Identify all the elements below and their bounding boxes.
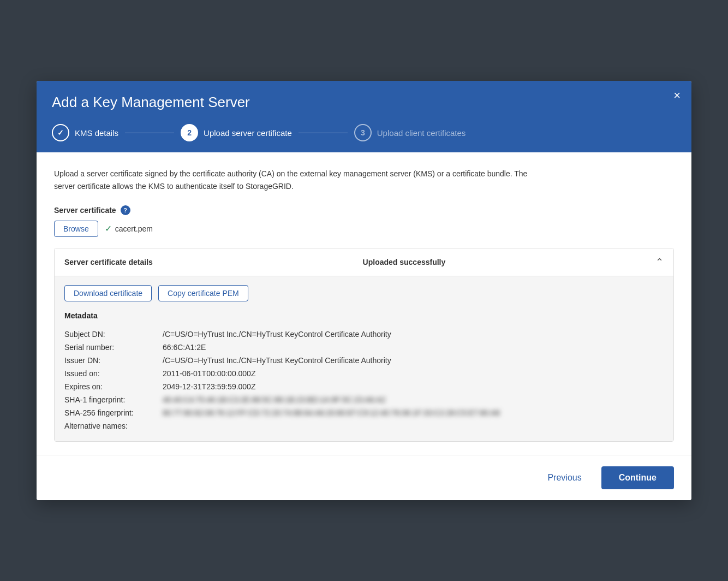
server-certificate-label: Server certificate ?: [54, 205, 674, 215]
cert-actions: Download certificate Copy certificate PE…: [64, 285, 664, 301]
metadata-field-value: 66:6C:A1:2E: [163, 341, 664, 354]
copy-certificate-button[interactable]: Copy certificate PEM: [158, 285, 248, 301]
step-3-label: Upload client certificates: [377, 128, 466, 138]
metadata-field-label: SHA-256 fingerprint:: [64, 406, 163, 419]
modal-footer: Previous Continue: [37, 455, 691, 500]
metadata-field-value: /C=US/O=HyTrust Inc./CN=HyTrust KeyContr…: [163, 354, 664, 367]
metadata-table: Subject DN:/C=US/O=HyTrust Inc./CN=HyTru…: [64, 328, 664, 432]
metadata-field-label: Issuer DN:: [64, 354, 163, 367]
metadata-row: Issuer DN:/C=US/O=HyTrust Inc./CN=HyTrus…: [64, 354, 664, 367]
metadata-field-value: [163, 419, 664, 432]
metadata-row: SHA-1 fingerprint:46:40:C4:75:46:1B:C3:2…: [64, 393, 664, 406]
upload-status: Uploaded successfully: [363, 258, 446, 266]
step-3: 3 Upload client certificates: [354, 124, 466, 141]
metadata-row: Expires on:2049-12-31T23:59:59.000Z: [64, 380, 664, 393]
continue-button[interactable]: Continue: [601, 466, 674, 489]
browse-button[interactable]: Browse: [54, 221, 98, 237]
metadata-row: Issued on:2011-06-01T00:00:00.000Z: [64, 367, 664, 380]
step-1-label: KMS details: [75, 128, 118, 138]
step-1: ✓ KMS details: [52, 124, 118, 141]
step-line-1: [125, 133, 174, 133]
metadata-title: Metadata: [64, 311, 664, 320]
step-2: 2 Upload server certificate: [181, 124, 292, 141]
metadata-field-value: 2049-12-31T23:59:59.000Z: [163, 380, 664, 393]
metadata-row: Serial number:66:6C:A1:2E: [64, 341, 664, 354]
help-icon[interactable]: ?: [121, 205, 130, 215]
metadata-field-label: SHA-1 fingerprint:: [64, 393, 163, 406]
cert-details-box: Server certificate details Uploaded succ…: [54, 248, 674, 442]
modal-body: Upload a server certificate signed by th…: [37, 152, 691, 455]
metadata-field-label: Serial number:: [64, 341, 163, 354]
modal-overlay: × Add a Key Management Server ✓ KMS deta…: [0, 0, 728, 581]
cert-details-header: Server certificate details Uploaded succ…: [55, 248, 673, 276]
metadata-row: Alternative names:: [64, 419, 664, 432]
metadata-field-value: /C=US/O=HyTrust Inc./CN=HyTrust KeyContr…: [163, 328, 664, 341]
metadata-field-label: Subject DN:: [64, 328, 163, 341]
collapse-icon[interactable]: ⌃: [655, 256, 664, 268]
metadata-field-value: 80:77:80:82:08:76:12:FF:CD:72:20:74:88:6…: [163, 406, 664, 419]
file-name: ✓ cacert.pem: [105, 223, 153, 234]
modal: × Add a Key Management Server ✓ KMS deta…: [37, 81, 691, 500]
cert-details-body: Download certificate Copy certificate PE…: [55, 276, 673, 441]
download-certificate-button[interactable]: Download certificate: [64, 285, 152, 301]
stepper: ✓ KMS details 2 Upload server certificat…: [52, 124, 676, 152]
metadata-field-label: Expires on:: [64, 380, 163, 393]
previous-button[interactable]: Previous: [536, 467, 592, 488]
modal-header: × Add a Key Management Server ✓ KMS deta…: [37, 81, 691, 152]
modal-title: Add a Key Management Server: [52, 94, 676, 111]
cert-details-title: Server certificate details: [64, 258, 153, 266]
metadata-field-value: 2011-06-01T00:00:00.000Z: [163, 367, 664, 380]
step-2-circle: 2: [181, 124, 198, 141]
description-text: Upload a server certificate signed by th…: [54, 168, 545, 192]
browse-row: Browse ✓ cacert.pem: [54, 221, 674, 237]
metadata-field-value: 46:40:C4:75:46:1B:C3:2E:88:5C:88:1B:23:B…: [163, 393, 664, 406]
step-line-2: [299, 133, 348, 133]
step-1-circle: ✓: [52, 124, 69, 141]
check-icon: ✓: [105, 223, 112, 234]
step-3-circle: 3: [354, 124, 372, 141]
step-2-label: Upload server certificate: [204, 128, 292, 138]
metadata-field-label: Alternative names:: [64, 419, 163, 432]
close-button[interactable]: ×: [673, 90, 681, 102]
metadata-field-label: Issued on:: [64, 367, 163, 380]
metadata-row: SHA-256 fingerprint:80:77:80:82:08:76:12…: [64, 406, 664, 419]
metadata-row: Subject DN:/C=US/O=HyTrust Inc./CN=HyTru…: [64, 328, 664, 341]
